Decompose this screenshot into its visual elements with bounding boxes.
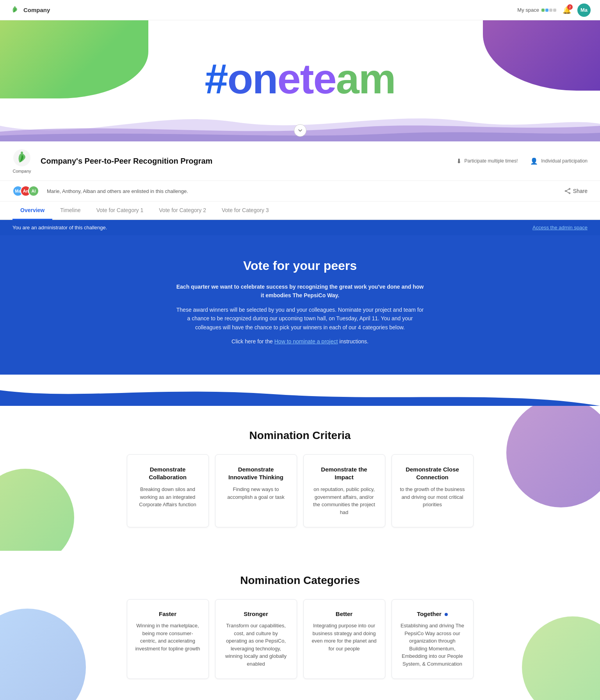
category-card-3-body: Establishing and driving The PepsiCo Way… [400, 622, 465, 668]
tab-timeline[interactable]: Timeline [52, 202, 88, 220]
criteria-card-3: Demonstrate Close Connection to the grow… [392, 454, 474, 527]
participate-meta: ⬇ Participate multiple times! [456, 157, 518, 165]
criteria-card-0-heading: Demonstrate Collaboration [135, 466, 201, 481]
share-button[interactable]: Share [564, 188, 588, 194]
svg-point-3 [21, 152, 23, 154]
my-space-label: My space [517, 7, 539, 13]
participant-avatars: Ma An Al [12, 186, 36, 196]
vote-para-2: These award winners will be selected by … [175, 305, 425, 332]
participant-avatar-3: Al [28, 186, 39, 196]
svg-line-8 [566, 191, 569, 193]
header-right: My space 🔔 2 Ma [517, 4, 591, 17]
criteria-cards: Demonstrate Collaboration Breaking down … [12, 454, 588, 527]
category-cards: Faster Winning in the marketplace, being… [12, 599, 588, 679]
category-card-0-body: Winning in the marketplace, being more c… [135, 622, 201, 652]
vote-para-3-suffix: instructions. [338, 338, 369, 345]
dot-green [541, 9, 545, 12]
criteria-card-1-heading: Demonstrate Innovative Thinking [223, 466, 289, 481]
criteria-section: Nomination Criteria Demonstrate Collabor… [0, 406, 600, 551]
category-card-1-heading: Stronger [223, 611, 289, 617]
notifications-button[interactable]: 🔔 2 [563, 6, 571, 14]
category-card-1-body: Transform our capabilities, cost, and cu… [223, 622, 289, 668]
criteria-card-2-heading: Demonstrate the Impact [312, 466, 377, 481]
hero-blob-topleft [0, 20, 148, 98]
dot-gray2 [553, 9, 556, 12]
category-card-0: Faster Winning in the marketplace, being… [127, 599, 209, 679]
svg-point-5 [569, 193, 570, 194]
wave-divider [0, 375, 600, 406]
vote-para-1-text: Each quarter we want to celebrate succes… [176, 284, 424, 298]
nav-tabs: Overview Timeline Vote for Category 1 Vo… [0, 202, 600, 220]
avatar[interactable]: Ma [577, 4, 591, 17]
categories-title: Nomination Categories [12, 574, 588, 587]
hero-hash: # [205, 55, 227, 102]
participate-icon: ⬇ [456, 157, 461, 165]
space-dots [541, 9, 556, 12]
tab-vote-category-3[interactable]: Vote for Category 3 [214, 202, 277, 220]
chevron-down-icon [297, 128, 303, 133]
hero-title: #oneteam [205, 58, 395, 100]
share-label: Share [573, 188, 588, 194]
vote-section: Vote for your peers Each quarter we want… [0, 235, 600, 375]
admin-link[interactable]: Access the admin space [532, 225, 588, 230]
tab-overview[interactable]: Overview [12, 202, 52, 220]
hero-blob-topright [483, 20, 600, 91]
hero-one: on [227, 55, 277, 102]
vote-para-3-prefix: Click here for the [231, 338, 274, 345]
participants-bar: Ma An Al Marie, Anthony, Alban and other… [0, 181, 600, 202]
hero-te: ete [277, 55, 336, 102]
criteria-card-2-body: on reputation, public policy, government… [312, 486, 377, 516]
program-logo-label: Company [12, 169, 31, 173]
vote-para-3: Click here for the How to nominate a pro… [175, 337, 425, 346]
criteria-title: Nomination Criteria [12, 429, 588, 442]
criteria-card-0: Demonstrate Collaboration Breaking down … [127, 454, 209, 527]
svg-line-7 [566, 189, 569, 191]
company-logo-icon [9, 5, 20, 16]
program-logo-wrap: Company [12, 148, 31, 173]
hero-section: #oneteam [0, 20, 600, 141]
notification-badge: 2 [567, 4, 573, 10]
category-card-3: Together Establishing and driving The Pe… [392, 599, 474, 679]
criteria-card-2: Demonstrate the Impact on reputation, pu… [303, 454, 385, 527]
category-card-3-heading: Together [400, 611, 465, 617]
individual-meta: 👤 Individual participation [530, 157, 588, 165]
criteria-card-1: Demonstrate Innovative Thinking Finding … [215, 454, 297, 527]
program-title: Company's Peer-to-Peer Recognition Progr… [41, 157, 447, 166]
header-logo[interactable]: Company [9, 5, 50, 16]
categories-section: Nomination Categories Faster Winning in … [0, 551, 600, 700]
vote-para-1: Each quarter we want to celebrate succes… [175, 282, 425, 300]
admin-banner-text: You are an administrator of this challen… [12, 225, 107, 230]
scroll-down-button[interactable] [294, 124, 306, 137]
how-to-nominate-link[interactable]: How to nominate a project [274, 338, 338, 345]
dot-blue [545, 9, 548, 12]
criteria-card-3-body: to the growth of the business and drivin… [400, 486, 465, 509]
svg-point-6 [565, 191, 566, 192]
card-dot [445, 613, 448, 616]
category-card-2-body: Integrating purpose into our business st… [312, 622, 377, 652]
header-logo-label: Company [23, 7, 50, 13]
my-space-button[interactable]: My space [517, 7, 556, 13]
program-info: Company's Peer-to-Peer Recognition Progr… [41, 157, 447, 166]
svg-point-1 [14, 6, 16, 8]
individual-label: Individual participation [541, 158, 588, 164]
participate-label: Participate multiple times! [465, 158, 518, 164]
hero-text: #oneteam [205, 58, 395, 100]
participants-text: Marie, Anthony, Alban and others are enl… [47, 188, 560, 194]
dot-gray [549, 9, 552, 12]
category-card-1: Stronger Transform our capabilities, cos… [215, 599, 297, 679]
program-logo-icon [12, 148, 31, 167]
category-card-0-heading: Faster [135, 611, 201, 617]
criteria-card-1-body: Finding new ways to accomplish a goal or… [223, 486, 289, 501]
header: Company My space 🔔 2 Ma [0, 0, 600, 20]
category-card-2: Better Integrating purpose into our busi… [303, 599, 385, 679]
vote-title: Vote for your peers [12, 259, 588, 273]
program-meta: ⬇ Participate multiple times! 👤 Individu… [456, 157, 588, 165]
individual-icon: 👤 [530, 157, 538, 165]
hero-am: am [336, 55, 395, 102]
category-card-2-heading: Better [312, 611, 377, 617]
criteria-card-0-body: Breaking down silos and working as an in… [135, 486, 201, 509]
vote-description: Each quarter we want to celebrate succes… [175, 282, 425, 346]
tab-vote-category-1[interactable]: Vote for Category 1 [89, 202, 151, 220]
program-bar: Company Company's Peer-to-Peer Recogniti… [0, 141, 600, 181]
tab-vote-category-2[interactable]: Vote for Category 2 [151, 202, 214, 220]
